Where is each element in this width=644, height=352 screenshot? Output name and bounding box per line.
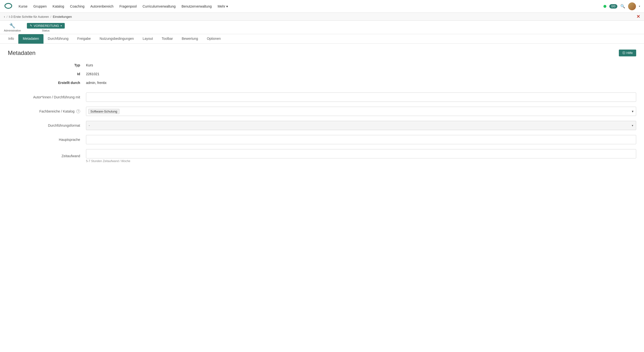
tab-toolbar[interactable]: Toolbar xyxy=(157,34,177,44)
tab-metadaten[interactable]: Metadaten xyxy=(18,34,43,44)
score-badge: 0/0 xyxy=(609,4,617,8)
administration-label: Administration xyxy=(4,29,21,32)
search-icon[interactable]: 🔍 xyxy=(620,4,625,8)
autor-field xyxy=(86,92,636,102)
breadcrumb-current: Einstellungen xyxy=(53,15,72,18)
tab-freigabe[interactable]: Freigabe xyxy=(73,34,95,44)
administration-button[interactable]: 🔧 Administration xyxy=(4,23,21,32)
toolbar-row: 🔧 Administration ✎ VORBEREITUNG ▾ Status xyxy=(0,21,644,34)
hauptsprache-label: Hauptsprache xyxy=(8,138,86,142)
typ-value: Kurs xyxy=(86,63,93,67)
id-value: 2261021 xyxy=(86,72,100,76)
meta-row-erstellt: Erstellt durch admin, frentix xyxy=(8,81,636,85)
tab-durchfuehrung[interactable]: Durchführung xyxy=(44,34,73,44)
tab-layout[interactable]: Layout xyxy=(138,34,157,44)
fachbereich-dropdown-arrow-icon[interactable]: ▾ xyxy=(632,109,634,113)
vorbereitung-badge[interactable]: ✎ VORBEREITUNG ▾ xyxy=(27,23,65,28)
zeitaufwand-row: Zeitaufwand 5-7 Stunden Zeitaufwand / Wo… xyxy=(8,149,636,163)
meta-row-id: Id 2261021 xyxy=(8,72,636,76)
avatar-chevron-icon[interactable]: ▾ xyxy=(639,5,640,7)
nav-mehr[interactable]: Mehr ▾ xyxy=(218,4,228,8)
form-section: Autor*innen / Durchführung mit Fachberei… xyxy=(8,92,636,163)
tab-info[interactable]: Info xyxy=(4,34,18,44)
page-header: Metadaten ⓪ Hilfe xyxy=(8,49,636,56)
hauptsprache-field xyxy=(86,135,636,144)
pencil-icon: ✎ xyxy=(30,24,32,27)
logo[interactable] xyxy=(4,1,13,11)
durchfuehrungsformat-label: Durchführungsformat xyxy=(8,123,86,127)
nav-gruppen[interactable]: Gruppen xyxy=(34,4,47,8)
zeitaufwand-hint: 5-7 Stunden Zeitaufwand / Woche xyxy=(86,159,636,163)
zeitaufwand-field: 5-7 Stunden Zeitaufwand / Woche xyxy=(86,149,636,163)
tab-bewertung[interactable]: Bewertung xyxy=(177,34,202,44)
durchfuehrungsformat-select-wrapper: - Präsenz Online Blended Learning xyxy=(86,121,636,130)
status-label: Status xyxy=(42,29,50,32)
breadcrumb-parent-link[interactable]: I-3 Erste Schritte für Autoren xyxy=(9,15,49,18)
durchfuehrungsformat-select[interactable]: - Präsenz Online Blended Learning xyxy=(86,121,636,130)
nav-autorenbereich[interactable]: Autorenbereich xyxy=(90,4,114,8)
tab-optionen[interactable]: Optionen xyxy=(202,34,225,44)
erstellt-value: admin, frentix xyxy=(86,81,106,85)
nav-benutzerverwaltung[interactable]: Benutzerverwaltung xyxy=(182,4,212,8)
nav-kurse[interactable]: Kurse xyxy=(18,4,28,8)
fachbereich-field: Software-Schulung ▾ xyxy=(86,107,636,116)
vorbereitung-chevron-icon: ▾ xyxy=(60,24,62,27)
zeitaufwand-input[interactable] xyxy=(86,149,636,158)
nav-right: 0/0 🔍 ▾ xyxy=(604,2,640,10)
meta-row-typ: Typ Kurs xyxy=(8,63,636,67)
metadata-table: Typ Kurs Id 2261021 Erstellt durch admin… xyxy=(8,63,636,85)
top-navigation: Kurse Gruppen Katalog Coaching Autorenbe… xyxy=(0,0,644,13)
hauptsprache-input[interactable] xyxy=(86,135,636,144)
breadcrumb-sep1: / xyxy=(6,15,8,18)
nav-katalog[interactable]: Katalog xyxy=(52,4,64,8)
fachbereich-label: Fachbereiche / Katalog ? xyxy=(8,109,86,113)
zeitaufwand-label: Zeitaufwand xyxy=(8,154,86,158)
nav-curriculumverwaltung[interactable]: Curriculumverwaltung xyxy=(142,4,176,8)
nav-links: Kurse Gruppen Katalog Coaching Autorenbe… xyxy=(18,4,598,8)
durchfuehrungsformat-row: Durchführungsformat - Präsenz Online Ble… xyxy=(8,121,636,130)
hilfe-button[interactable]: ⓪ Hilfe xyxy=(619,49,636,56)
autor-input[interactable] xyxy=(86,92,636,102)
hauptsprache-row: Hauptsprache xyxy=(8,135,636,144)
typ-label: Typ xyxy=(8,63,86,67)
fachbereich-row: Fachbereiche / Katalog ? Software-Schulu… xyxy=(8,107,636,116)
tab-nutzungsbedingungen[interactable]: Nutzungsbedingungen xyxy=(95,34,138,44)
fachbereich-tag-input[interactable]: Software-Schulung ▾ xyxy=(86,107,636,116)
durchfuehrungsformat-field: - Präsenz Online Blended Learning xyxy=(86,121,636,130)
main-content: Metadaten ⓪ Hilfe Typ Kurs Id 2261021 Er… xyxy=(0,44,644,174)
status-button[interactable]: ✎ VORBEREITUNG ▾ Status xyxy=(27,23,65,32)
nav-fragenpool[interactable]: Fragenpool xyxy=(120,4,137,8)
autor-label: Autor*innen / Durchführung mit xyxy=(8,95,86,99)
fachbereich-help-icon[interactable]: ? xyxy=(76,109,80,113)
breadcrumb-back-button[interactable]: ‹ xyxy=(4,15,5,18)
online-status-dot xyxy=(604,5,606,8)
breadcrumb-sep2: / xyxy=(50,15,51,18)
vorbereitung-label: VORBEREITUNG xyxy=(34,24,59,27)
breadcrumb: ‹ / I-3 Erste Schritte für Autoren / Ein… xyxy=(0,13,644,21)
avatar[interactable] xyxy=(628,2,636,10)
nav-coaching[interactable]: Coaching xyxy=(70,4,84,8)
autor-row: Autor*innen / Durchführung mit xyxy=(8,92,636,102)
close-button[interactable]: ✕ xyxy=(636,14,640,19)
fachbereich-tag-chip: Software-Schulung xyxy=(88,109,120,114)
id-label: Id xyxy=(8,72,86,76)
page-title: Metadaten xyxy=(8,49,36,56)
tabs-row: Info Metadaten Durchführung Freigabe Nut… xyxy=(0,34,644,44)
erstellt-label: Erstellt durch xyxy=(8,81,86,85)
wrench-icon: 🔧 xyxy=(9,23,16,28)
